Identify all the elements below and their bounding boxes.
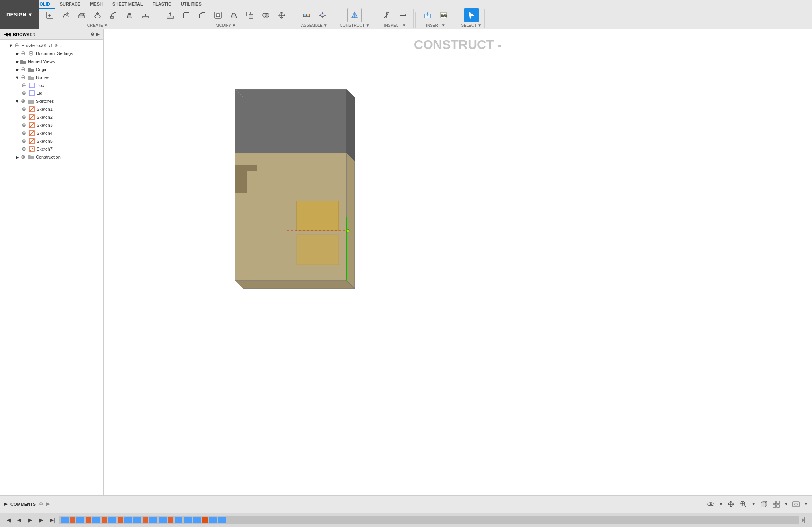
timeline-back-step[interactable]: ◀: [14, 515, 24, 525]
extrude-button[interactable]: [75, 8, 89, 22]
new-component-button[interactable]: [43, 8, 57, 22]
pan-icon[interactable]: [726, 499, 736, 509]
tree-sketch5[interactable]: Sketch5: [0, 137, 103, 145]
sketches-visibility-icon[interactable]: [20, 98, 26, 104]
timeline-step-11[interactable]: [143, 517, 148, 523]
move-copy-button[interactable]: [275, 8, 289, 22]
comments-more-icon[interactable]: ▶: [46, 501, 49, 507]
combine-button[interactable]: [259, 8, 273, 22]
timeline-step-16[interactable]: [184, 517, 192, 523]
timeline-step-6[interactable]: [102, 517, 107, 523]
timeline-step-15[interactable]: [175, 517, 182, 523]
tab-sheet-metal[interactable]: SHEET METAL: [108, 0, 148, 9]
root-more-icon[interactable]: …: [60, 43, 64, 48]
zoom-icon[interactable]: [739, 499, 748, 509]
timeline-step-7[interactable]: [108, 517, 116, 523]
sketch4-visibility-icon[interactable]: [21, 130, 27, 136]
modify-label[interactable]: MODIFY ▼: [216, 23, 236, 28]
view-cube-icon[interactable]: [759, 499, 768, 509]
comments-settings-icon[interactable]: ⚙: [39, 501, 43, 507]
timeline-step-14[interactable]: [168, 517, 173, 523]
tree-sketches[interactable]: ▼ Sketches: [0, 97, 103, 105]
scale-button[interactable]: [243, 8, 257, 22]
tree-sketch3[interactable]: Sketch3: [0, 121, 103, 129]
bodies-visibility-icon[interactable]: [20, 74, 26, 81]
grid-icon[interactable]: [771, 499, 781, 509]
timeline-step-9[interactable]: [124, 517, 132, 523]
timeline-back-start[interactable]: |◀: [3, 515, 13, 525]
timeline-step-18[interactable]: [202, 517, 208, 523]
timeline-step-20[interactable]: [218, 517, 226, 523]
display-settings-icon[interactable]: [791, 499, 801, 509]
orbit-dropdown[interactable]: ▼: [719, 502, 723, 506]
select-button[interactable]: [464, 8, 479, 22]
revolve-button[interactable]: [90, 8, 105, 22]
origin-visibility-icon[interactable]: [20, 66, 26, 73]
tree-sketch4[interactable]: Sketch4: [0, 129, 103, 137]
tree-box[interactable]: Box: [0, 81, 103, 89]
timeline-end-marker[interactable]: [801, 516, 809, 524]
loft-button[interactable]: [122, 8, 137, 22]
timeline-step-13[interactable]: [159, 517, 167, 523]
timeline-step-1[interactable]: [61, 517, 69, 523]
tree-lid[interactable]: Lid: [0, 89, 103, 97]
timeline-step-4[interactable]: [86, 517, 91, 523]
inspect-button[interactable]: [380, 8, 394, 22]
sweep-button[interactable]: [106, 8, 121, 22]
tab-mesh[interactable]: MESH: [85, 0, 108, 9]
assemble-button[interactable]: [299, 8, 314, 22]
viewport[interactable]: CONSTRUCT -: [104, 29, 812, 495]
timeline-step-12[interactable]: [149, 517, 157, 523]
timeline-play[interactable]: ▶: [25, 515, 35, 525]
browser-collapse-icon[interactable]: ◀◀: [4, 32, 10, 37]
root-visibility-icon[interactable]: [14, 42, 20, 49]
lid-visibility-icon[interactable]: [21, 90, 27, 96]
sketch7-visibility-icon[interactable]: [21, 146, 27, 152]
timeline-step-8[interactable]: [118, 517, 123, 523]
tree-bodies[interactable]: ▼ Bodies: [0, 73, 103, 81]
joint-button[interactable]: [315, 8, 330, 22]
press-pull-button[interactable]: [163, 8, 177, 22]
chamfer-button[interactable]: [195, 8, 209, 22]
browser-settings-icon[interactable]: ⚙: [90, 32, 94, 37]
tab-surface[interactable]: SURFACE: [55, 0, 86, 9]
tree-root[interactable]: ▼ PuzzleBox01 v1 ⚙ …: [0, 41, 103, 49]
tree-origin[interactable]: ▶ Origin: [0, 65, 103, 73]
tree-construction[interactable]: ▶ Construction: [0, 153, 103, 161]
sketch3-visibility-icon[interactable]: [21, 122, 27, 128]
tree-document-settings[interactable]: ▶ Document Settings: [0, 49, 103, 57]
fillet-button[interactable]: [179, 8, 193, 22]
sketch5-visibility-icon[interactable]: [21, 138, 27, 144]
shell-button[interactable]: [211, 8, 225, 22]
timeline-step-17[interactable]: [193, 517, 201, 523]
tab-plastic[interactable]: PLASTIC: [148, 0, 176, 9]
assemble-label[interactable]: ASSEMBLE ▼: [301, 23, 328, 28]
tree-named-views[interactable]: ▶ Named Views: [0, 57, 103, 65]
timeline-step-2[interactable]: [70, 517, 75, 523]
doc-settings-visibility-icon[interactable]: [20, 50, 26, 57]
insert-label[interactable]: INSERT ▼: [426, 23, 445, 28]
construct-button[interactable]: [347, 8, 362, 22]
sketch2-visibility-icon[interactable]: [21, 114, 27, 120]
orbit-icon[interactable]: [706, 499, 716, 509]
root-chevron[interactable]: ▼: [8, 43, 14, 48]
rib-button[interactable]: [138, 8, 153, 22]
construct-label[interactable]: CONSTRUCT ▼: [340, 23, 370, 28]
browser-expand-icon[interactable]: ▶: [96, 32, 99, 37]
box-visibility-icon[interactable]: [21, 82, 27, 88]
timeline-step-5[interactable]: [92, 517, 100, 523]
root-settings-icon[interactable]: ⚙: [55, 43, 58, 48]
measure-button[interactable]: [396, 8, 410, 22]
timeline-forward-step[interactable]: ▶: [37, 515, 46, 525]
tree-sketch7[interactable]: Sketch7: [0, 145, 103, 153]
tree-sketch2[interactable]: Sketch2: [0, 113, 103, 121]
timeline-forward-end[interactable]: ▶|: [48, 515, 57, 525]
inspect-label[interactable]: INSPECT ▼: [384, 23, 406, 28]
grid-dropdown[interactable]: ▼: [784, 502, 788, 506]
sketch1-visibility-icon[interactable]: [21, 106, 27, 112]
create-label[interactable]: CREATE ▼: [87, 23, 108, 28]
timeline-step-19[interactable]: [209, 517, 217, 523]
timeline-step-10[interactable]: [133, 517, 141, 523]
insert-svg-button[interactable]: SVG: [436, 8, 451, 22]
insert-button[interactable]: [420, 8, 435, 22]
